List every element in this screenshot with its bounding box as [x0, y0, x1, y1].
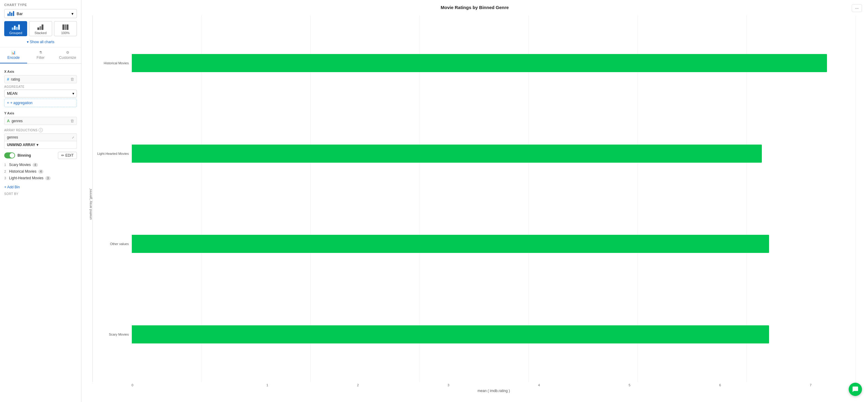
100pct-option[interactable]: 100%	[54, 21, 77, 36]
chart-type-section: Chart Type Bar ▾	[0, 0, 81, 47]
table-row: Light-Hearted Movies	[93, 142, 856, 166]
grouped-option[interactable]: Grouped	[4, 21, 27, 36]
x-tick: 4	[494, 383, 584, 387]
bin-count-2: 4	[38, 170, 44, 174]
bar-rows: Historical MoviesLight-Hearted MoviesOth…	[93, 16, 856, 382]
encode-icon: 📊	[11, 50, 16, 55]
more-options-button[interactable]: ···	[852, 4, 862, 12]
tab-encode[interactable]: 📊 Encode	[0, 47, 27, 63]
x-tick: 5	[584, 383, 675, 387]
tab-filter[interactable]: ⚗ Filter	[27, 47, 54, 63]
binning-toggle-label: Binning	[18, 153, 31, 157]
bar-label: Scary Movies	[93, 333, 129, 336]
add-aggregation-label: + aggregation	[10, 101, 33, 105]
bin-label-2: Historical Movies	[9, 169, 36, 174]
add-bin-btn[interactable]: + Add Bin	[4, 184, 77, 191]
x-axis-delete-icon[interactable]: 🗑	[70, 77, 74, 82]
customize-icon: ⚙	[66, 50, 69, 55]
unwind-select[interactable]: UNWIND ARRAY ▾	[7, 143, 38, 147]
unwind-arrow-icon: ▾	[36, 143, 38, 147]
grouped-icon	[12, 24, 20, 30]
bin-count-3: 3	[45, 176, 51, 180]
encode-tab-label: Encode	[7, 56, 20, 60]
bar-fill	[132, 145, 762, 163]
chart-inner: unwind array 'genres' His	[88, 16, 856, 393]
aggregate-value: MEAN	[7, 91, 18, 96]
chart-body: Historical MoviesLight-Hearted MoviesOth…	[92, 16, 856, 393]
bar-wrapper	[132, 325, 856, 343]
x-axis-label-text: mean ( imdb.rating )	[92, 389, 856, 393]
bar-wrapper	[132, 145, 856, 163]
encode-section: X Axis # rating 🗑 AGGREGATE MEAN ▾ + + a…	[0, 64, 81, 199]
bar-wrapper	[132, 235, 856, 253]
edit-label: EDIT	[65, 153, 73, 157]
chevron-down-icon: ▾	[27, 40, 29, 44]
100pct-label: 100%	[61, 31, 70, 35]
y-axis-field-name: genres	[11, 119, 23, 123]
bar-label: Historical Movies	[93, 61, 129, 65]
stacked-option[interactable]: Stacked	[29, 21, 52, 36]
chat-icon	[852, 386, 859, 393]
edit-button[interactable]: ✏ EDIT	[58, 152, 77, 159]
array-field-name: genres	[7, 135, 18, 139]
bin-num-2: 2	[4, 170, 7, 173]
bin-list: 1 Scary Movies 4 2 Historical Movies 4 3…	[4, 162, 77, 181]
tab-customize[interactable]: ⚙ Customize	[54, 47, 81, 63]
bar-label: Light-Hearted Movies	[93, 152, 129, 155]
chart-container: unwind array 'genres' His	[82, 12, 868, 402]
bin-num-3: 3	[4, 176, 7, 180]
binning-toggle-row: Binning ✏ EDIT	[4, 152, 77, 159]
stacked-label: Stacked	[35, 31, 47, 35]
add-bin-label: + Add Bin	[4, 185, 20, 189]
x-tick: 1	[222, 383, 312, 387]
y-axis-field-left: A genres	[7, 119, 23, 123]
show-all-label: Show all charts	[30, 40, 54, 44]
bar-fill	[132, 235, 769, 253]
numeric-field-icon: #	[7, 77, 9, 82]
aggregate-dropdown[interactable]: MEAN ▾	[4, 90, 77, 97]
x-tick: 0	[131, 383, 222, 387]
expand-icon[interactable]: ⤢	[72, 136, 74, 139]
y-axis-rotated-label: unwind array 'genres'	[88, 16, 92, 393]
binning-toggle[interactable]	[4, 152, 15, 159]
x-tick: 3	[403, 383, 494, 387]
list-item: 3 Light-Hearted Movies 3	[4, 175, 77, 181]
chart-type-select-left: Bar	[7, 11, 23, 16]
y-axis-label: Y Axis	[4, 111, 77, 115]
info-icon[interactable]: i	[39, 128, 43, 132]
x-axis-field-row: # rating 🗑	[4, 75, 77, 83]
stacked-icon	[37, 24, 43, 30]
genres-field-left: genres	[7, 135, 18, 139]
bar-fill	[132, 325, 769, 343]
encode-tabs: 📊 Encode ⚗ Filter ⚙ Customize	[0, 47, 81, 64]
show-all-charts[interactable]: ▾ Show all charts	[4, 39, 77, 45]
bin-label-1: Scary Movies	[9, 163, 31, 167]
100pct-icon	[62, 24, 68, 30]
bin-num-1: 1	[4, 163, 7, 167]
filter-tab-label: Filter	[36, 56, 44, 60]
bin-label-3: Light-Hearted Movies	[9, 176, 43, 180]
x-axis-ticks: 01234567	[92, 383, 856, 387]
left-panel: Chart Type Bar ▾	[0, 0, 82, 402]
chart-title: Movie Ratings by Binned Genre	[441, 5, 509, 10]
grouped-label: Grouped	[9, 31, 22, 35]
add-aggregation-btn[interactable]: + + aggregation	[4, 99, 77, 107]
chart-type-label: Chart Type	[4, 3, 77, 7]
bar-chart-icon	[7, 11, 14, 16]
bin-count-1: 4	[33, 163, 38, 167]
chat-bubble-button[interactable]	[849, 383, 862, 396]
x-axis-label: X Axis	[4, 70, 77, 73]
y-axis-delete-icon[interactable]: 🗑	[70, 119, 74, 123]
aggregate-label: AGGREGATE	[4, 85, 77, 88]
chart-title-bar: Movie Ratings by Binned Genre ···	[82, 0, 868, 12]
chart-type-dropdown[interactable]: Bar ▾	[4, 9, 77, 18]
binning-left: Binning	[4, 152, 31, 159]
bar-label: Other values	[93, 242, 129, 246]
genres-row: genres ⤢	[4, 134, 77, 141]
sort-by-label: SORT BY	[4, 192, 77, 196]
string-field-icon: A	[7, 119, 10, 123]
unwind-row: UNWIND ARRAY ▾	[4, 141, 77, 149]
array-reductions-label: ARRAY REDUCTIONS i	[4, 128, 77, 132]
table-row: Scary Movies	[93, 322, 856, 346]
chart-type-value: Bar	[17, 11, 23, 16]
